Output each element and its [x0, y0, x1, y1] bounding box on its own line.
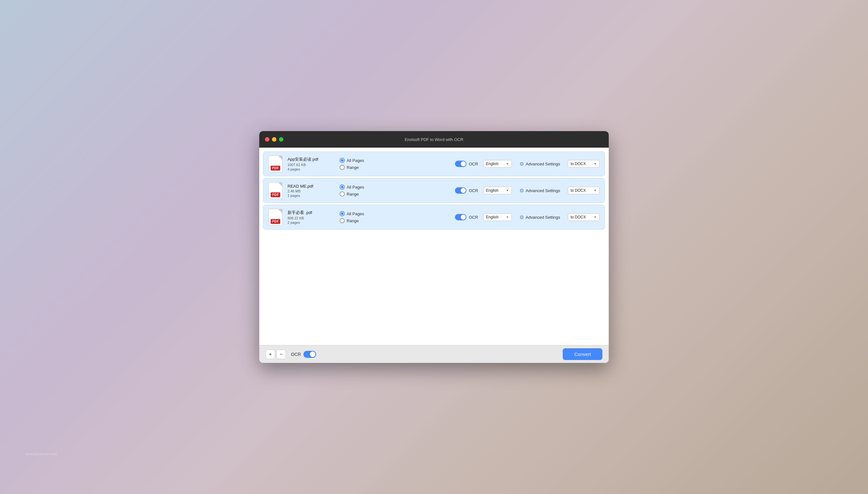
dropdown-arrow-icon: ▼	[506, 215, 509, 219]
advanced-settings-button[interactable]: ⚙ Advanced Settings	[517, 186, 563, 195]
pdf-badge: PDF	[271, 166, 280, 170]
ocr-toggle[interactable]	[455, 187, 466, 194]
toolbar-ocr-section: OCR	[291, 351, 316, 358]
pdf-icon: PDF	[269, 156, 282, 172]
pdf-badge: PDF	[271, 192, 280, 197]
file-name: 新手必看 .pdf	[288, 210, 332, 215]
page-options: All Pages Range	[340, 185, 364, 196]
watermark: www.MacDown.com	[25, 452, 57, 456]
file-size: 808.22 KB	[288, 216, 332, 220]
range-option[interactable]: Range	[340, 191, 364, 196]
format-value: to DOCX	[571, 188, 593, 193]
ocr-label: OCR	[469, 162, 478, 166]
file-name: READ ME.pdf	[288, 184, 332, 189]
advanced-settings-label: Advanced Settings	[526, 215, 560, 220]
file-info: READ ME.pdf 2.46 MB 1 pages	[288, 184, 332, 197]
range-radio[interactable]	[340, 165, 345, 170]
advanced-settings-button[interactable]: ⚙ Advanced Settings	[517, 160, 563, 168]
dropdown-arrow-icon: ▼	[506, 189, 509, 192]
all-pages-radio[interactable]	[340, 211, 345, 216]
range-radio[interactable]	[340, 191, 345, 196]
format-select[interactable]: to DOCX ▼	[568, 187, 599, 194]
all-pages-label: All Pages	[347, 211, 364, 216]
file-info: 新手必看 .pdf 808.22 KB 2 pages	[288, 210, 332, 225]
all-pages-option[interactable]: All Pages	[340, 185, 364, 190]
file-info: App安装必读.pdf 1007.61 KB 4 pages	[288, 156, 332, 171]
toolbar-ocr-toggle[interactable]	[303, 351, 316, 358]
window-title: Enolsoft PDF to Word with OCR	[405, 137, 464, 142]
gear-icon: ⚙	[519, 214, 524, 220]
toolbar: + − OCR Convert	[259, 345, 609, 363]
range-label: Range	[347, 218, 359, 223]
ocr-section: OCR	[455, 214, 478, 220]
format-dropdown-arrow-icon: ▼	[594, 189, 597, 192]
gear-icon: ⚙	[519, 188, 524, 194]
format-dropdown-arrow-icon: ▼	[594, 162, 597, 166]
all-pages-option[interactable]: All Pages	[340, 211, 364, 216]
file-size: 2.46 MB	[288, 189, 332, 193]
all-pages-label: All Pages	[347, 185, 364, 190]
dropdown-arrow-icon: ▼	[506, 162, 509, 166]
ocr-label: OCR	[469, 215, 478, 220]
format-select[interactable]: to DOCX ▼	[568, 160, 599, 168]
pdf-icon: PDF	[269, 182, 282, 199]
range-option[interactable]: Range	[340, 165, 364, 170]
add-file-button[interactable]: +	[265, 349, 275, 359]
add-remove-buttons: + −	[265, 349, 286, 359]
language-value: English	[486, 188, 505, 193]
traffic-lights	[265, 137, 283, 141]
all-pages-label: All Pages	[347, 158, 364, 163]
toolbar-toggle-knob	[310, 352, 315, 357]
close-button[interactable]	[265, 137, 270, 141]
all-pages-radio[interactable]	[340, 185, 345, 190]
toggle-knob	[461, 188, 466, 193]
all-pages-option[interactable]: All Pages	[340, 158, 364, 163]
ocr-toggle[interactable]	[455, 214, 466, 220]
language-value: English	[486, 215, 505, 220]
file-size: 1007.61 KB	[288, 163, 332, 167]
file-name: App安装必读.pdf	[288, 156, 332, 162]
table-row: PDF READ ME.pdf 2.46 MB 1 pages All Page…	[263, 178, 605, 203]
page-options: All Pages Range	[340, 158, 364, 170]
page-options: All Pages Range	[340, 211, 364, 223]
range-radio[interactable]	[340, 218, 345, 223]
ocr-section: OCR	[455, 187, 478, 194]
ocr-toggle[interactable]	[455, 160, 466, 167]
table-row: PDF App安装必读.pdf 1007.61 KB 4 pages All P…	[263, 151, 605, 176]
advanced-settings-button[interactable]: ⚙ Advanced Settings	[517, 213, 563, 222]
range-label: Range	[347, 192, 359, 196]
pdf-badge: PDF	[271, 219, 280, 224]
advanced-settings-label: Advanced Settings	[526, 188, 560, 193]
file-list: PDF App安装必读.pdf 1007.61 KB 4 pages All P…	[259, 148, 609, 345]
maximize-button[interactable]	[279, 137, 283, 141]
language-select[interactable]: English ▼	[483, 187, 512, 194]
format-value: to DOCX	[571, 215, 593, 220]
range-option[interactable]: Range	[340, 218, 364, 223]
file-pages: 1 pages	[288, 194, 332, 197]
gear-icon: ⚙	[519, 161, 524, 167]
format-select[interactable]: to DOCX ▼	[568, 213, 599, 221]
language-value: English	[486, 162, 505, 166]
minimize-button[interactable]	[272, 137, 276, 141]
titlebar: Enolsoft PDF to Word with OCR	[259, 131, 609, 148]
language-select[interactable]: English ▼	[483, 213, 512, 221]
ocr-label: OCR	[469, 188, 478, 193]
file-pages: 2 pages	[288, 221, 332, 225]
table-row: PDF 新手必看 .pdf 808.22 KB 2 pages All Page…	[263, 205, 605, 230]
all-pages-radio[interactable]	[340, 158, 345, 163]
ocr-section: OCR	[455, 160, 478, 167]
format-dropdown-arrow-icon: ▼	[594, 215, 597, 219]
toggle-knob	[461, 161, 466, 166]
convert-button[interactable]: Convert	[563, 348, 603, 360]
toolbar-ocr-label: OCR	[291, 352, 301, 357]
file-pages: 4 pages	[288, 167, 332, 171]
remove-file-button[interactable]: −	[276, 349, 286, 359]
pdf-icon: PDF	[269, 209, 282, 225]
toggle-knob	[461, 215, 466, 220]
language-select[interactable]: English ▼	[483, 160, 512, 168]
advanced-settings-label: Advanced Settings	[526, 162, 560, 166]
format-value: to DOCX	[571, 162, 593, 166]
main-window: Enolsoft PDF to Word with OCR PDF App安装必…	[259, 131, 609, 363]
range-label: Range	[347, 165, 359, 170]
